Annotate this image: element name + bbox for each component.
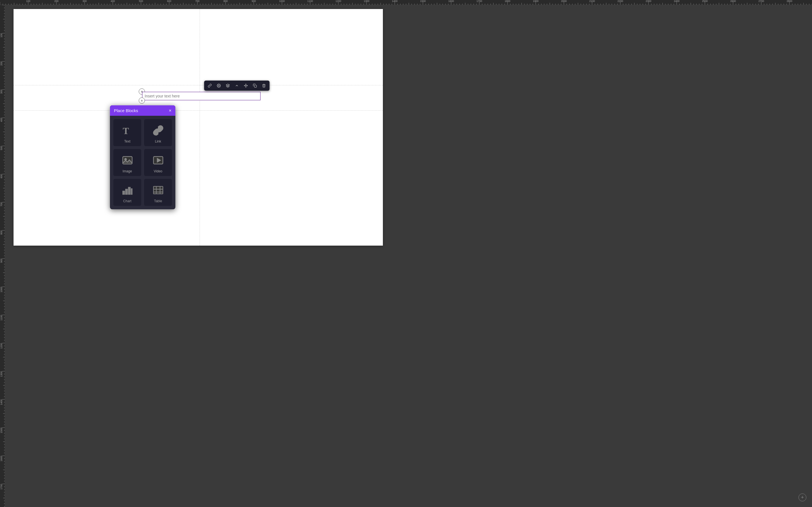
image-icon (122, 154, 133, 167)
svg-text:T: T (123, 126, 129, 136)
svg-point-0 (218, 85, 219, 86)
section-line-horizontal (13, 85, 383, 86)
block-item-video[interactable]: Video (144, 149, 172, 176)
svg-marker-1 (226, 84, 230, 86)
block-item-chart[interactable]: Chart (113, 179, 141, 206)
link-icon (153, 124, 164, 137)
section-line-vertical (200, 9, 200, 245)
dialog-body: T Text Link (110, 116, 175, 209)
block-label-text: Text (124, 139, 130, 144)
block-label-image: Image (123, 169, 132, 173)
toolbar-layers-button[interactable] (224, 82, 232, 90)
section-line-horizontal-2 (13, 110, 383, 111)
dialog-header: Place Blocks × (110, 105, 175, 116)
svg-rect-4 (254, 85, 257, 87)
text-input[interactable] (142, 92, 260, 100)
svg-rect-12 (128, 187, 130, 194)
toolbar-up-button[interactable] (233, 82, 241, 90)
block-toolbar (204, 80, 269, 91)
block-item-link[interactable]: Link (144, 119, 172, 146)
text-icon: T (122, 124, 133, 137)
block-label-link: Link (155, 139, 161, 144)
block-label-video: Video (154, 169, 162, 173)
canvas-area: + + (5, 5, 812, 507)
add-corner-button[interactable]: + (799, 494, 806, 501)
content-block: + + (142, 92, 260, 100)
svg-rect-13 (131, 189, 132, 194)
block-item-image[interactable]: Image (113, 149, 141, 176)
chart-icon (122, 183, 133, 197)
block-label-table: Table (154, 199, 162, 203)
table-icon (153, 183, 164, 197)
dialog-title: Place Blocks (114, 108, 138, 113)
page: + + (13, 9, 383, 245)
block-item-text[interactable]: T Text (113, 119, 141, 146)
block-label-chart: Chart (123, 199, 132, 203)
add-block-below-button[interactable]: + (139, 98, 145, 104)
toolbar-move-button[interactable] (242, 82, 250, 90)
toolbar-copy-button[interactable] (251, 82, 259, 90)
place-blocks-dialog: Place Blocks × T Text (110, 105, 175, 209)
svg-rect-10 (123, 191, 124, 194)
ruler-top (0, 0, 812, 5)
video-icon (153, 154, 164, 167)
svg-rect-11 (125, 189, 128, 194)
svg-rect-14 (153, 186, 163, 194)
dialog-close-button[interactable]: × (169, 108, 171, 113)
ruler-left (0, 5, 5, 507)
toolbar-settings-button[interactable] (215, 82, 223, 90)
toolbar-link-button[interactable] (206, 82, 214, 90)
toolbar-delete-button[interactable] (260, 82, 268, 90)
block-item-table[interactable]: Table (144, 179, 172, 206)
